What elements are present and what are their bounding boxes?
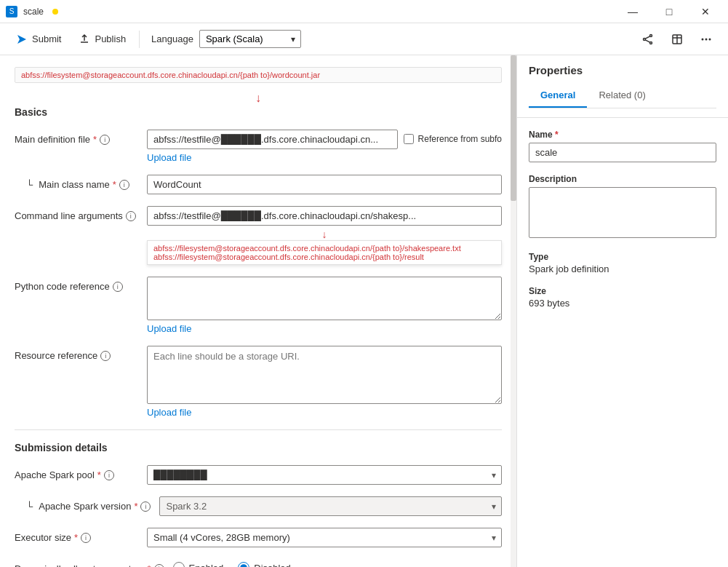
python-ref-row: Python code reference i Upload file xyxy=(15,277,502,334)
resource-ref-controls: Upload file xyxy=(147,346,502,418)
publish-icon xyxy=(79,33,90,45)
svg-line-5 xyxy=(645,39,649,41)
main-definition-row: Main definition file * i Reference from … xyxy=(15,130,502,163)
main-class-input[interactable] xyxy=(147,175,502,194)
resource-ref-upload-link[interactable]: Upload file xyxy=(147,407,502,418)
spark-version-select[interactable]: Spark 3.2 xyxy=(159,496,502,516)
modified-dot xyxy=(52,9,58,15)
basics-title: Basics xyxy=(15,106,502,118)
description-label: Description xyxy=(529,174,716,184)
share-icon xyxy=(642,33,654,45)
more-button[interactable] xyxy=(693,26,719,52)
close-button[interactable]: ✕ xyxy=(689,0,722,23)
properties-content: Name * Description Type Spark job defini… xyxy=(517,118,728,332)
spark-version-label: └ Apache Spark version * i xyxy=(15,496,151,512)
reference-checkbox[interactable] xyxy=(404,134,414,144)
type-field: Type Spark job definition xyxy=(529,252,716,274)
submission-details-title: Submission details xyxy=(15,442,502,453)
size-value: 693 bytes xyxy=(529,298,716,309)
python-ref-textarea[interactable] xyxy=(147,277,502,320)
python-ref-upload-link[interactable]: Upload file xyxy=(147,323,502,334)
tooltip-breadcrumb: abfss://filesystem@storageaccount.dfs.co… xyxy=(15,67,502,83)
dynamic-allocate-controls: Enabled Disabled xyxy=(173,559,502,567)
form-panel: abfss://filesystem@storageaccount.dfs.co… xyxy=(0,55,517,567)
type-label: Type xyxy=(529,252,716,262)
size-field: Size 693 bytes xyxy=(529,286,716,309)
properties-header: Properties General Related (0) xyxy=(517,55,728,118)
spark-pool-row: Apache Spark pool * i ████████ xyxy=(15,465,502,485)
python-ref-info-icon[interactable]: i xyxy=(113,282,123,292)
section-divider xyxy=(15,429,502,430)
reference-checkbox-area: Reference from subfo xyxy=(404,130,502,144)
spark-version-select-wrapper: Spark 3.2 xyxy=(159,496,502,516)
main-def-info-icon[interactable]: i xyxy=(100,135,110,145)
svg-point-2 xyxy=(650,41,652,44)
spark-pool-select[interactable]: ████████ xyxy=(147,465,502,485)
main-class-info-icon[interactable]: i xyxy=(119,180,129,190)
scroll-indicator xyxy=(511,55,516,567)
title-bar: S scale — □ ✕ xyxy=(0,0,728,23)
share-button[interactable] xyxy=(635,26,661,52)
main-class-row: └ Main class name * i xyxy=(15,175,502,194)
submit-button[interactable]: Submit xyxy=(9,29,68,49)
scroll-thumb[interactable] xyxy=(511,55,516,201)
cmdline-controls: ↓ abfss://filesystem@storageaccount.dfs.… xyxy=(147,206,502,265)
ellipsis-icon xyxy=(700,33,712,45)
executor-size-controls: Small (4 vCores, 28GB memory) Medium (8 … xyxy=(147,528,502,547)
language-select[interactable]: Spark (Scala) PySpark (Python) Spark (R)… xyxy=(199,30,301,48)
cmdline-info-icon[interactable]: i xyxy=(126,211,136,221)
tab-related[interactable]: Related (0) xyxy=(587,84,657,108)
enabled-radio[interactable] xyxy=(173,562,185,567)
language-section: Language Spark (Scala) PySpark (Python) … xyxy=(151,30,301,48)
svg-point-10 xyxy=(705,38,708,40)
toolbar-divider xyxy=(139,31,140,48)
svg-line-4 xyxy=(645,36,649,38)
cmdline-input[interactable] xyxy=(147,206,502,226)
cmdline-row: Command line arguments i ↓ abfss://files… xyxy=(15,206,502,265)
main-def-upload-link[interactable]: Upload file xyxy=(147,152,502,163)
dynamic-allocate-radio-group: Enabled Disabled xyxy=(173,559,502,567)
minimize-button[interactable]: — xyxy=(616,0,649,23)
enabled-radio-option[interactable]: Enabled xyxy=(173,562,224,567)
spark-version-row: └ Apache Spark version * i Spark 3.2 xyxy=(15,496,502,516)
name-input[interactable] xyxy=(529,143,716,162)
publish-button[interactable]: Publish xyxy=(71,29,133,49)
disabled-radio-option[interactable]: Disabled xyxy=(238,562,291,567)
name-label: Name * xyxy=(529,130,716,140)
executor-size-select[interactable]: Small (4 vCores, 28GB memory) Medium (8 … xyxy=(147,528,502,547)
app-icon: S xyxy=(6,6,17,17)
main-definition-label: Main definition file * i xyxy=(15,130,138,145)
spark-version-controls: Spark 3.2 xyxy=(159,496,502,516)
resource-ref-info-icon[interactable]: i xyxy=(100,351,111,361)
spark-pool-info-icon[interactable]: i xyxy=(104,470,114,480)
resource-ref-textarea[interactable] xyxy=(147,346,502,404)
main-class-controls xyxy=(147,175,502,194)
size-label: Size xyxy=(529,286,716,296)
svg-point-11 xyxy=(709,38,711,40)
cmdline-tooltip: abfss://filesystem@storageaccount.dfs.co… xyxy=(147,240,502,265)
name-field: Name * xyxy=(529,130,716,162)
tab-general[interactable]: General xyxy=(529,84,587,108)
spark-pool-select-wrapper: ████████ xyxy=(147,465,502,485)
language-select-wrapper: Spark (Scala) PySpark (Python) Spark (R)… xyxy=(199,30,301,48)
executor-size-label: Executor size * i xyxy=(15,528,138,543)
properties-title: Properties xyxy=(529,64,716,76)
maximize-button[interactable]: □ xyxy=(652,0,686,23)
main-definition-controls: Reference from subfo Upload file xyxy=(147,130,502,163)
executor-size-row: Executor size * i Small (4 vCores, 28GB … xyxy=(15,528,502,547)
main-def-input-row: Reference from subfo xyxy=(147,130,502,149)
toolbar: Submit Publish Language Spark (Scala) Py… xyxy=(0,23,728,55)
dynamic-allocate-info-icon[interactable]: i xyxy=(154,564,164,568)
dynamic-allocate-row: Dynamically allocate executors * i Enabl… xyxy=(15,559,502,567)
executor-size-info-icon[interactable]: i xyxy=(81,533,91,543)
disabled-radio[interactable] xyxy=(238,562,249,567)
python-ref-controls: Upload file xyxy=(147,277,502,334)
dynamic-allocate-label: Dynamically allocate executors * i xyxy=(15,559,164,567)
description-textarea[interactable] xyxy=(529,187,716,238)
cmdline-label: Command line arguments i xyxy=(15,206,138,221)
type-value: Spark job definition xyxy=(529,263,716,274)
spark-version-info-icon[interactable]: i xyxy=(140,501,151,512)
submit-icon xyxy=(16,33,28,45)
properties-button[interactable] xyxy=(664,26,690,52)
main-definition-input[interactable] xyxy=(147,130,398,149)
